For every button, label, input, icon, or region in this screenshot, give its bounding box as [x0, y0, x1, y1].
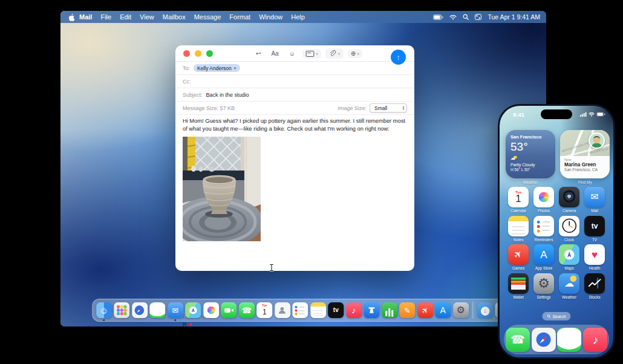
tv-icon: tv: [584, 216, 605, 236]
menu-item-view[interactable]: View: [140, 13, 154, 21]
message-body-editor[interactable]: Hi Mom! Guess what? I picked up pottery …: [175, 115, 414, 244]
menu-app-name[interactable]: Mail: [79, 13, 92, 21]
search-icon[interactable]: [463, 14, 469, 20]
menu-item-mailbox[interactable]: Mailbox: [163, 13, 186, 21]
emoji-button[interactable]: ☺: [286, 49, 298, 58]
battery-icon[interactable]: [433, 15, 443, 20]
dock-icon-messages[interactable]: [149, 302, 165, 318]
iphone-app-health[interactable]: ♥Health: [582, 244, 607, 270]
dock-icon-notes[interactable]: [310, 302, 326, 318]
wifi-icon[interactable]: [449, 15, 457, 20]
image-size-select[interactable]: Small ▲▼: [370, 103, 407, 112]
iphone-app-mail[interactable]: ✉Mail: [582, 187, 607, 213]
dock-icon-tv[interactable]: tv: [328, 302, 344, 318]
iphone-app-notes[interactable]: Notes: [506, 216, 530, 242]
to-field[interactable]: To: Kelly Anderson ▼: [175, 62, 414, 75]
dock-icon-facetime[interactable]: [221, 302, 236, 318]
app-store-icon: A: [435, 302, 451, 318]
iphone-dock-phone[interactable]: ☎: [506, 328, 530, 352]
iphone-app-reminders[interactable]: Reminders: [532, 216, 556, 242]
dock-icon-app-store[interactable]: A: [435, 302, 451, 318]
menu-item-help[interactable]: Help: [291, 13, 305, 21]
iphone-dock-messages[interactable]: [557, 328, 581, 352]
cc-field[interactable]: Cc:: [175, 75, 414, 88]
control-center-icon[interactable]: [475, 14, 481, 20]
pottery-photo-attachment[interactable]: [183, 137, 261, 241]
pages-icon: ✎: [399, 302, 415, 318]
iphone-app-photos[interactable]: Photos: [532, 187, 556, 213]
attach-button[interactable]: ∨: [325, 48, 343, 59]
chevron-down-icon: ∨: [338, 51, 340, 56]
find-my-widget[interactable]: MARINA GREEN DR MARINA BLVD Now Marina G…: [560, 130, 610, 178]
weather-condition: Partly Cloudy: [510, 163, 550, 167]
subject-value: Back in the studio: [206, 92, 249, 98]
iphone-status-time: 9:41: [513, 111, 524, 118]
app-label: Mail: [591, 209, 598, 213]
dock-icon-music[interactable]: ♪: [346, 302, 362, 318]
weather-city: San Francisco: [510, 134, 550, 140]
dock-icon-games[interactable]: ✈: [417, 302, 433, 318]
phone-icon: ☎: [239, 302, 255, 318]
menu-item-format[interactable]: Format: [229, 13, 250, 21]
dock-icon-downloads[interactable]: ↓: [477, 302, 493, 318]
dock-icon-reminders[interactable]: [292, 302, 308, 318]
downloads-icon: ↓: [477, 302, 493, 318]
dock-icon-calendar[interactable]: Tue1: [256, 302, 272, 318]
send-button[interactable]: ↑: [391, 50, 406, 65]
subject-field[interactable]: Subject: Back in the studio: [175, 88, 414, 102]
dock-icon-maps[interactable]: [185, 302, 201, 318]
menu-bar-clock[interactable]: Tue Apr 1 9:41 AM: [488, 13, 540, 21]
close-button[interactable]: [183, 50, 190, 57]
dock-icon-mail[interactable]: ✉: [168, 302, 183, 318]
dock-icon-pages[interactable]: ✎: [399, 302, 415, 318]
iphone-dock-music[interactable]: ♪: [583, 328, 607, 352]
weather-temperature: 53°: [510, 140, 550, 154]
dock: ☺✉☎Tue1tv♪✎✈A⚙↓: [92, 299, 515, 322]
app-store-icon: A: [533, 244, 554, 265]
finder-icon: ☺: [96, 302, 112, 318]
undo-button[interactable]: ↩: [253, 49, 264, 58]
zoom-button[interactable]: [206, 50, 213, 57]
menu-item-file[interactable]: File: [100, 13, 111, 21]
to-label: To:: [183, 65, 190, 71]
iphone-app-maps[interactable]: Maps: [557, 244, 581, 270]
iphone-app-tv[interactable]: tvTV: [582, 216, 607, 242]
dock-icon-system-settings[interactable]: ⚙: [453, 302, 469, 318]
iphone-app-games[interactable]: ✈Games: [506, 244, 530, 270]
recipient-token[interactable]: Kelly Anderson ▼: [194, 64, 240, 72]
search-label: Search: [552, 314, 566, 319]
dock-icon-contacts[interactable]: [275, 302, 290, 318]
dock-icon-launchpad[interactable]: [114, 302, 129, 318]
iphone-app-stocks[interactable]: Stocks: [582, 273, 607, 299]
dock-icon-safari[interactable]: [132, 302, 148, 318]
iphone-app-wallet[interactable]: Wallet: [506, 273, 530, 299]
iphone-dock-safari[interactable]: [532, 328, 556, 352]
iphone-app-settings[interactable]: ⚙Settings: [532, 273, 556, 299]
dock-icon-numbers[interactable]: [382, 302, 397, 318]
apple-menu-icon[interactable]: [68, 13, 76, 22]
menu-items: FileEditViewMailboxMessageFormatWindowHe…: [100, 13, 313, 21]
size-info-row: Message Size: 57 KB Image Size: Small ▲▼: [175, 102, 414, 115]
chevron-down-icon: ▼: [233, 67, 236, 70]
menu-item-edit[interactable]: Edit: [120, 13, 131, 21]
iphone-app-clock[interactable]: Clock: [557, 216, 581, 242]
iphone-app-camera[interactable]: Camera: [557, 187, 581, 213]
menu-item-window[interactable]: Window: [259, 13, 282, 21]
iphone-app-calendar[interactable]: Tue1Calendar: [506, 187, 530, 213]
menu-item-message[interactable]: Message: [194, 13, 221, 21]
games-icon: ✈: [508, 244, 529, 265]
dock-icon-keynote[interactable]: [364, 302, 379, 318]
iphone-app-weather[interactable]: ☁Weather: [557, 273, 581, 299]
dock-icon-finder[interactable]: ☺: [96, 302, 112, 318]
minimize-button[interactable]: [195, 50, 201, 57]
insert-photo-button[interactable]: ⊕∨: [348, 49, 363, 58]
iphone-app-app-store[interactable]: AApp Store: [532, 244, 556, 270]
header-fields-button[interactable]: ∨: [302, 49, 321, 59]
format-button[interactable]: Aa: [268, 49, 281, 58]
dock-icon-phone[interactable]: ☎: [239, 302, 255, 318]
dock-icon-photos[interactable]: [203, 302, 219, 318]
message-size-label: Message Size: 57 KB: [183, 105, 235, 111]
weather-widget[interactable]: San Francisco 53° ☁ Partly Cloudy H:56° …: [506, 130, 555, 178]
spotlight-search-pill[interactable]: Search: [542, 312, 570, 320]
reminders-icon: [292, 302, 308, 318]
